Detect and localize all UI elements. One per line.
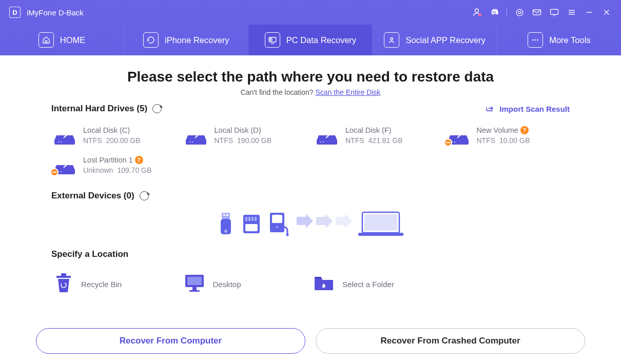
- close-icon[interactable]: [601, 7, 612, 17]
- svg-rect-34: [223, 214, 225, 216]
- svg-point-22: [189, 141, 190, 143]
- arrow-right-icon: [296, 212, 352, 235]
- import-label: Import Scan Result: [499, 105, 570, 113]
- location-label: Desktop: [213, 280, 241, 289]
- hard-drive-icon: [185, 126, 207, 146]
- svg-rect-33: [222, 213, 230, 219]
- svg-rect-52: [61, 273, 66, 276]
- location-label: Select a Folder: [342, 280, 394, 289]
- social-app-icon: [384, 32, 399, 48]
- hard-drive-icon: [53, 156, 76, 175]
- refresh-icon[interactable]: [140, 191, 149, 200]
- svg-point-13: [269, 38, 272, 41]
- drive-size: 109.70 GB: [117, 166, 151, 174]
- tab-social-app-recovery[interactable]: Social APP Recovery: [373, 25, 497, 55]
- app-logo-icon: D: [9, 7, 21, 18]
- title-left: D iMyFone D-Back: [9, 7, 84, 18]
- drive-name: Local Disk (C): [83, 126, 141, 134]
- external-devices-illustration: [36, 205, 585, 241]
- drive-size: 190.00 GB: [237, 136, 271, 145]
- titlebar-divider: [507, 8, 507, 16]
- settings-icon[interactable]: [514, 7, 525, 17]
- warning-badge-icon: [444, 138, 452, 147]
- svg-text:✱: ✱: [322, 284, 326, 289]
- svg-point-14: [391, 38, 393, 41]
- svg-point-47: [286, 234, 289, 236]
- tab-label: HOME: [60, 35, 86, 45]
- svg-rect-21: [186, 139, 206, 145]
- subtitle-prefix: Can't find the location?: [241, 88, 316, 96]
- svg-rect-40: [248, 217, 250, 221]
- svg-rect-55: [192, 287, 197, 290]
- warning-badge-icon: [50, 168, 59, 176]
- drive-size: 10.00 GB: [499, 136, 530, 145]
- discord-icon[interactable]: [489, 7, 499, 17]
- svg-point-19: [58, 141, 60, 143]
- pc-recovery-icon: [265, 32, 280, 48]
- drive-name: Lost Partition 1?: [83, 156, 151, 164]
- drive-info: Local Disk (C) NTFS200.00 GB: [83, 126, 141, 145]
- external-hdd-icon: [267, 210, 292, 237]
- drive-info: New Volume? NTFS10.00 GB: [477, 126, 530, 145]
- svg-rect-54: [187, 277, 202, 285]
- drive-local-disk-d[interactable]: Local Disk (D) NTFS190.00 GB: [183, 122, 308, 150]
- location-desktop[interactable]: Desktop: [181, 268, 311, 300]
- location-select-folder[interactable]: ✱ Select a Folder: [310, 268, 440, 300]
- refresh-icon[interactable]: [152, 104, 162, 113]
- tab-pc-data-recovery[interactable]: PC Data Recovery: [248, 25, 372, 55]
- titlebar: D iMyFone D-Back: [0, 0, 621, 25]
- recover-from-computer-button[interactable]: Recover From Computer: [36, 328, 305, 354]
- footer: Recover From Computer Recover From Crash…: [0, 320, 621, 364]
- drive-lost-partition-1[interactable]: Lost Partition 1? Unknown109.70 GB: [51, 152, 177, 179]
- location-label: Recycle Bin: [81, 280, 122, 289]
- drive-size: 421.81 GB: [368, 136, 403, 145]
- menu-icon[interactable]: [567, 7, 577, 17]
- svg-point-3: [518, 11, 521, 14]
- help-badge-icon[interactable]: ?: [520, 126, 529, 134]
- drive-info: Local Disk (F) NTFS421.81 GB: [345, 126, 403, 145]
- import-scan-result-link[interactable]: Import Scan Result: [485, 104, 570, 114]
- minimize-icon[interactable]: [584, 7, 594, 17]
- tab-label: PC Data Recovery: [286, 35, 357, 45]
- svg-point-17: [537, 39, 538, 41]
- mail-icon[interactable]: [532, 7, 542, 17]
- drive-name: Local Disk (F): [345, 126, 403, 134]
- usb-drive-icon: [216, 211, 236, 236]
- drive-info: Lost Partition 1? Unknown109.70 GB: [83, 156, 151, 174]
- svg-point-2: [516, 9, 523, 16]
- drive-size: 200.00 GB: [106, 136, 141, 145]
- internal-drives-title: Internal Hard Drives (5): [51, 104, 162, 114]
- laptop-icon: [356, 209, 405, 238]
- drive-local-disk-f[interactable]: Local Disk (F) NTFS421.81 GB: [314, 122, 439, 150]
- svg-point-37: [224, 230, 227, 233]
- hero: Please select the path where you need to…: [36, 69, 585, 96]
- location-recycle-bin[interactable]: Recycle Bin: [51, 268, 181, 300]
- svg-rect-35: [226, 214, 228, 216]
- hard-drive-icon: [316, 126, 338, 146]
- svg-point-1: [478, 13, 481, 16]
- svg-point-46: [276, 226, 278, 228]
- tab-home[interactable]: HOME: [0, 25, 124, 55]
- specify-location-title: Specify a Location: [51, 249, 128, 259]
- page-subtitle: Can't find the location? Scan the Entire…: [36, 88, 585, 96]
- feedback-icon[interactable]: [549, 7, 559, 17]
- app-window: D iMyFone D-Back: [0, 0, 621, 364]
- drive-fs: NTFS: [477, 136, 496, 145]
- drive-fs: Unknown: [83, 166, 113, 174]
- section-title-text: External Devices (0): [51, 191, 134, 201]
- scan-entire-disk-link[interactable]: Scan the Entire Disk: [316, 88, 381, 96]
- drive-new-volume[interactable]: New Volume? NTFS10.00 GB: [445, 122, 570, 150]
- hard-drive-icon: [447, 126, 470, 146]
- external-devices-section: External Devices (0): [36, 191, 585, 241]
- svg-point-32: [61, 171, 62, 173]
- user-icon[interactable]: [472, 7, 482, 17]
- recover-from-crashed-computer-button[interactable]: Recover From Crashed Computer: [316, 328, 585, 354]
- help-badge-icon[interactable]: ?: [135, 156, 143, 164]
- drive-local-disk-c[interactable]: Local Disk (C) NTFS200.00 GB: [51, 122, 177, 150]
- tab-label: Social APP Recovery: [405, 35, 486, 45]
- tab-iphone-recovery[interactable]: iPhone Recovery: [124, 25, 248, 55]
- internal-drives-header: Internal Hard Drives (5) Import Scan Res…: [36, 104, 585, 114]
- tab-more-tools[interactable]: More Tools: [497, 25, 621, 55]
- section-title-text: Specify a Location: [51, 249, 128, 259]
- svg-point-15: [532, 39, 534, 41]
